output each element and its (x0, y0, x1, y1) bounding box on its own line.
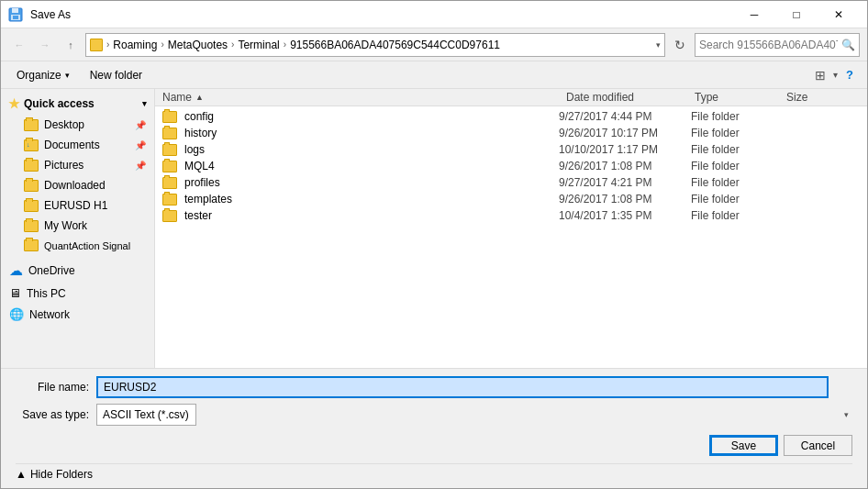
hide-folders-row[interactable]: ▲ Hide Folders (16, 463, 852, 481)
dialog-icon (8, 7, 23, 22)
col-date-header[interactable]: Date modified (566, 91, 695, 104)
sidebar-item-documents[interactable]: ↓ Documents 📌 (1, 135, 154, 155)
up-button[interactable]: ↑ (60, 34, 82, 56)
sidebar: ★ Quick access ▾ Desktop 📌 ↓ Documents 📌 (1, 89, 155, 368)
file-type-cell: File folder (691, 193, 783, 206)
view-button[interactable]: ⊞ (809, 65, 831, 85)
title-bar: Save As ─ □ ✕ (1, 1, 867, 28)
filename-input[interactable] (96, 376, 829, 398)
breadcrumb-metaquotes[interactable]: MetaQuotes › (168, 39, 237, 51)
sidebar-item-thispc[interactable]: 🖥 This PC (1, 283, 154, 304)
sidebar-item-quantaction[interactable]: QuantAction Signal (1, 236, 154, 255)
sidebar-item-desktop[interactable]: Desktop 📌 (1, 115, 154, 135)
file-name-cell: templates (162, 193, 555, 206)
back-button[interactable]: ← (8, 34, 30, 56)
network-icon: 🌐 (9, 307, 24, 321)
svg-rect-3 (13, 16, 18, 19)
documents-arrow-icon: ↓ (27, 141, 30, 148)
table-row[interactable]: MQL4 9/26/2017 1:08 PM File folder (155, 158, 867, 174)
address-bar[interactable]: › Roaming › MetaQuotes › Terminal › 9155… (85, 33, 665, 57)
quick-access-chevron: ▾ (142, 99, 147, 108)
cancel-button[interactable]: Cancel (784, 435, 852, 456)
title-bar-controls: ─ □ ✕ (733, 1, 860, 28)
documents-pin-icon: 📌 (135, 140, 146, 150)
filename-row: File name: (16, 376, 852, 398)
file-name-cell: MQL4 (162, 160, 555, 172)
bottom-buttons: Save Cancel (16, 431, 852, 458)
file-date-cell: 9/26/2017 10:17 PM (559, 127, 687, 139)
file-name-cell: profiles (162, 176, 555, 189)
table-row[interactable]: profiles 9/27/2017 4:21 PM File folder (155, 174, 867, 191)
file-folder-icon (162, 128, 177, 139)
file-folder-icon (162, 177, 177, 189)
table-row[interactable]: templates 9/26/2017 1:08 PM File folder (155, 191, 867, 207)
sidebar-item-pictures[interactable]: Pictures 📌 (1, 155, 154, 175)
main-content: ★ Quick access ▾ Desktop 📌 ↓ Documents 📌 (1, 89, 867, 368)
breadcrumb-folder-icon (90, 39, 103, 51)
search-icon: 🔍 (841, 39, 855, 51)
file-list: config 9/27/2017 4:44 PM File folder his… (155, 106, 867, 368)
file-list-header: Name ▲ Date modified Type Size (155, 89, 867, 106)
address-dropdown-arrow[interactable]: ▾ (656, 40, 661, 50)
breadcrumb-roaming[interactable]: Roaming › (113, 39, 165, 51)
file-folder-icon (162, 161, 177, 172)
file-name-cell: tester (162, 209, 555, 222)
desktop-folder-icon (24, 119, 39, 131)
bottom-bar: File name: Save as type: ASCII Text (*.c… (1, 368, 867, 488)
close-button[interactable]: ✕ (818, 1, 860, 28)
organize-button[interactable]: Organize ▾ (8, 65, 78, 85)
title-bar-left: Save As (8, 7, 71, 22)
table-row[interactable]: config 9/27/2017 4:44 PM File folder (155, 108, 867, 125)
filetype-select[interactable]: ASCII Text (*.csv) (96, 404, 196, 426)
refresh-button[interactable]: ↻ (669, 34, 691, 56)
search-input[interactable] (699, 39, 838, 51)
minimize-button[interactable]: ─ (733, 1, 775, 28)
file-date-cell: 9/26/2017 1:08 PM (559, 193, 687, 206)
filename-label: File name: (16, 381, 89, 394)
sidebar-item-mywork[interactable]: My Work (1, 216, 154, 236)
quick-access-star-icon: ★ (8, 96, 20, 111)
svg-rect-1 (12, 8, 18, 13)
file-date-cell: 9/27/2017 4:21 PM (559, 176, 687, 189)
save-button[interactable]: Save (709, 435, 778, 456)
table-row[interactable]: logs 10/10/2017 1:17 PM File folder (155, 141, 867, 158)
hide-folders-chevron: ▲ (16, 468, 27, 481)
file-name-text: config (184, 110, 214, 123)
col-name-header[interactable]: Name ▲ (162, 91, 566, 104)
help-button[interactable]: ? (840, 65, 860, 85)
table-row[interactable]: tester 10/4/2017 1:35 PM File folder (155, 207, 867, 224)
sidebar-item-eurusd[interactable]: EURUSD H1 (1, 195, 154, 216)
pictures-folder-icon (24, 160, 39, 172)
maximize-button[interactable]: □ (775, 1, 818, 28)
sidebar-item-onedrive[interactable]: ☁ OneDrive (1, 259, 154, 283)
quantaction-folder-icon (24, 239, 39, 251)
file-date-cell: 10/4/2017 1:35 PM (559, 209, 687, 222)
breadcrumb-terminal[interactable]: Terminal › (238, 39, 288, 51)
col-size-header[interactable]: Size (786, 91, 860, 104)
view-dropdown-arrow[interactable]: ▾ (833, 70, 838, 80)
new-folder-button[interactable]: New folder (82, 65, 150, 85)
sidebar-item-downloaded[interactable]: Downloaded (1, 175, 154, 195)
file-folder-icon (162, 194, 177, 206)
file-type-cell: File folder (691, 143, 783, 156)
search-box[interactable]: 🔍 (695, 33, 860, 57)
file-type-cell: File folder (691, 160, 783, 172)
downloaded-folder-icon (24, 180, 39, 192)
col-type-header[interactable]: Type (695, 91, 786, 104)
forward-button[interactable]: → (34, 34, 56, 56)
file-name-cell: config (162, 110, 555, 123)
navigation-toolbar: ← → ↑ › Roaming › MetaQuotes › Terminal … (1, 28, 867, 61)
file-name-text: profiles (184, 176, 220, 189)
organize-toolbar: Organize ▾ New folder ⊞ ▾ ? (1, 61, 867, 89)
sidebar-item-network[interactable]: 🌐 Network (1, 304, 154, 325)
file-name-cell: logs (162, 143, 555, 156)
filetype-row: Save as type: ASCII Text (*.csv) ▾ (16, 404, 852, 426)
file-type-cell: File folder (691, 209, 783, 222)
thispc-icon: 🖥 (9, 286, 21, 300)
table-row[interactable]: history 9/26/2017 10:17 PM File folder (155, 125, 867, 141)
file-folder-icon (162, 111, 177, 123)
filetype-dropdown-arrow: ▾ (844, 410, 849, 419)
breadcrumb-hash[interactable]: 915566BA06ADA407569C544CC0D97611 (290, 39, 500, 51)
quick-access-header[interactable]: ★ Quick access ▾ (1, 93, 154, 115)
file-name-text: logs (184, 143, 205, 156)
